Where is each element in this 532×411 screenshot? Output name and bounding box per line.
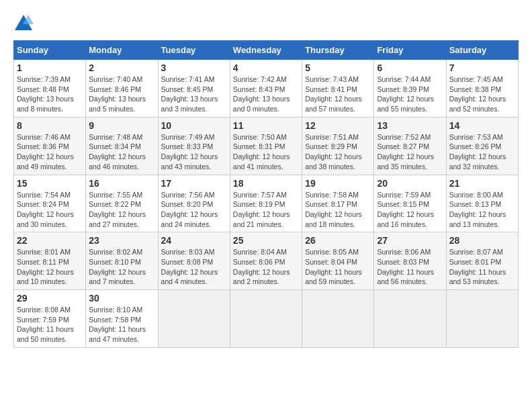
calendar-cell (374, 290, 446, 348)
calendar-cell: 8Sunrise: 7:46 AMSunset: 8:36 PMDaylight… (14, 117, 86, 175)
calendar-cell: 10Sunrise: 7:49 AMSunset: 8:33 PMDayligh… (158, 117, 230, 175)
calendar-cell: 2Sunrise: 7:40 AMSunset: 8:46 PMDaylight… (86, 60, 158, 118)
day-info: Sunrise: 8:03 AMSunset: 8:08 PMDaylight:… (161, 247, 227, 287)
day-header-thursday: Thursday (302, 41, 374, 60)
day-info: Sunrise: 7:41 AMSunset: 8:45 PMDaylight:… (161, 75, 227, 114)
day-number: 13 (377, 120, 443, 131)
day-number: 23 (89, 235, 154, 246)
day-header-wednesday: Wednesday (230, 41, 302, 60)
day-number: 1 (17, 62, 83, 73)
day-number: 22 (17, 235, 83, 246)
calendar-table: SundayMondayTuesdayWednesdayThursdayFrid… (13, 40, 519, 348)
calendar-cell: 6Sunrise: 7:44 AMSunset: 8:39 PMDaylight… (374, 60, 446, 118)
day-info: Sunrise: 7:54 AMSunset: 8:24 PMDaylight:… (17, 190, 83, 230)
day-info: Sunrise: 7:57 AMSunset: 8:19 PMDaylight:… (233, 190, 299, 230)
calendar-cell: 20Sunrise: 7:59 AMSunset: 8:15 PMDayligh… (374, 175, 446, 232)
day-info: Sunrise: 7:42 AMSunset: 8:43 PMDaylight:… (233, 75, 299, 114)
day-number: 24 (161, 235, 227, 246)
calendar-cell: 18Sunrise: 7:57 AMSunset: 8:19 PMDayligh… (230, 175, 302, 232)
calendar-week-1: 1Sunrise: 7:39 AMSunset: 8:48 PMDaylight… (14, 60, 519, 118)
day-number: 28 (449, 235, 515, 246)
calendar-cell (446, 290, 518, 348)
day-number: 8 (17, 120, 83, 131)
day-info: Sunrise: 7:46 AMSunset: 8:36 PMDaylight:… (17, 132, 83, 172)
day-info: Sunrise: 8:07 AMSunset: 8:01 PMDaylight:… (449, 247, 515, 287)
day-number: 19 (305, 178, 371, 189)
day-info: Sunrise: 7:45 AMSunset: 8:38 PMDaylight:… (449, 75, 515, 114)
day-header-sunday: Sunday (14, 41, 86, 60)
day-info: Sunrise: 7:55 AMSunset: 8:22 PMDaylight:… (89, 190, 154, 230)
day-number: 7 (449, 62, 515, 73)
calendar-cell: 16Sunrise: 7:55 AMSunset: 8:22 PMDayligh… (86, 175, 158, 232)
calendar-cell: 23Sunrise: 8:02 AMSunset: 8:10 PMDayligh… (86, 232, 158, 290)
day-number: 25 (233, 235, 299, 246)
day-header-friday: Friday (374, 41, 446, 60)
logo (13, 13, 36, 34)
day-info: Sunrise: 7:48 AMSunset: 8:34 PMDaylight:… (89, 132, 154, 172)
day-number: 9 (89, 120, 154, 131)
day-number: 21 (449, 178, 515, 189)
calendar-week-2: 8Sunrise: 7:46 AMSunset: 8:36 PMDaylight… (14, 117, 519, 175)
day-info: Sunrise: 7:40 AMSunset: 8:46 PMDaylight:… (89, 75, 154, 114)
day-number: 18 (233, 178, 299, 189)
day-info: Sunrise: 7:52 AMSunset: 8:27 PMDaylight:… (377, 132, 443, 172)
calendar-cell: 29Sunrise: 8:08 AMSunset: 7:59 PMDayligh… (14, 290, 86, 348)
calendar-cell: 25Sunrise: 8:04 AMSunset: 8:06 PMDayligh… (230, 232, 302, 290)
day-number: 20 (377, 178, 443, 189)
calendar-header-row: SundayMondayTuesdayWednesdayThursdayFrid… (14, 41, 519, 60)
day-info: Sunrise: 8:05 AMSunset: 8:04 PMDaylight:… (305, 247, 371, 287)
day-info: Sunrise: 8:00 AMSunset: 8:13 PMDaylight:… (449, 190, 515, 230)
day-info: Sunrise: 7:50 AMSunset: 8:31 PMDaylight:… (233, 132, 299, 172)
day-number: 27 (377, 235, 443, 246)
day-info: Sunrise: 7:59 AMSunset: 8:15 PMDaylight:… (377, 190, 443, 230)
day-info: Sunrise: 8:02 AMSunset: 8:10 PMDaylight:… (89, 247, 154, 287)
day-number: 3 (161, 62, 227, 73)
calendar-cell: 30Sunrise: 8:10 AMSunset: 7:58 PMDayligh… (86, 290, 158, 348)
calendar-cell: 3Sunrise: 7:41 AMSunset: 8:45 PMDaylight… (158, 60, 230, 118)
day-info: Sunrise: 8:06 AMSunset: 8:03 PMDaylight:… (377, 247, 443, 287)
day-header-saturday: Saturday (446, 41, 518, 60)
day-info: Sunrise: 7:51 AMSunset: 8:29 PMDaylight:… (305, 132, 371, 172)
day-number: 6 (377, 62, 443, 73)
day-number: 26 (305, 235, 371, 246)
calendar-cell: 14Sunrise: 7:53 AMSunset: 8:26 PMDayligh… (446, 117, 518, 175)
day-number: 15 (17, 178, 83, 189)
day-number: 14 (449, 120, 515, 131)
calendar-cell (230, 290, 302, 348)
day-info: Sunrise: 7:44 AMSunset: 8:39 PMDaylight:… (377, 75, 443, 114)
calendar-week-5: 29Sunrise: 8:08 AMSunset: 7:59 PMDayligh… (14, 290, 519, 348)
calendar-cell: 13Sunrise: 7:52 AMSunset: 8:27 PMDayligh… (374, 117, 446, 175)
calendar-cell: 17Sunrise: 7:56 AMSunset: 8:20 PMDayligh… (158, 175, 230, 232)
calendar-cell: 22Sunrise: 8:01 AMSunset: 8:11 PMDayligh… (14, 232, 86, 290)
page-header (13, 13, 519, 34)
calendar-cell: 19Sunrise: 7:58 AMSunset: 8:17 PMDayligh… (302, 175, 374, 232)
day-info: Sunrise: 7:43 AMSunset: 8:41 PMDaylight:… (305, 75, 371, 114)
calendar-cell: 26Sunrise: 8:05 AMSunset: 8:04 PMDayligh… (302, 232, 374, 290)
calendar-cell: 9Sunrise: 7:48 AMSunset: 8:34 PMDaylight… (86, 117, 158, 175)
day-number: 29 (17, 293, 83, 304)
day-number: 17 (161, 178, 227, 189)
day-info: Sunrise: 7:53 AMSunset: 8:26 PMDaylight:… (449, 132, 515, 172)
day-number: 10 (161, 120, 227, 131)
day-info: Sunrise: 8:01 AMSunset: 8:11 PMDaylight:… (17, 247, 83, 287)
calendar-cell: 5Sunrise: 7:43 AMSunset: 8:41 PMDaylight… (302, 60, 374, 118)
calendar-cell: 7Sunrise: 7:45 AMSunset: 8:38 PMDaylight… (446, 60, 518, 118)
day-info: Sunrise: 7:58 AMSunset: 8:17 PMDaylight:… (305, 190, 371, 230)
calendar-cell (158, 290, 230, 348)
calendar-cell: 11Sunrise: 7:50 AMSunset: 8:31 PMDayligh… (230, 117, 302, 175)
day-number: 5 (305, 62, 371, 73)
day-number: 4 (233, 62, 299, 73)
calendar-cell: 12Sunrise: 7:51 AMSunset: 8:29 PMDayligh… (302, 117, 374, 175)
day-number: 11 (233, 120, 299, 131)
day-number: 30 (89, 293, 154, 304)
calendar-cell: 28Sunrise: 8:07 AMSunset: 8:01 PMDayligh… (446, 232, 518, 290)
day-number: 2 (89, 62, 154, 73)
calendar-week-3: 15Sunrise: 7:54 AMSunset: 8:24 PMDayligh… (14, 175, 519, 232)
day-info: Sunrise: 7:39 AMSunset: 8:48 PMDaylight:… (17, 75, 83, 114)
day-info: Sunrise: 8:08 AMSunset: 7:59 PMDaylight:… (17, 305, 83, 345)
day-info: Sunrise: 8:04 AMSunset: 8:06 PMDaylight:… (233, 247, 299, 287)
calendar-cell: 15Sunrise: 7:54 AMSunset: 8:24 PMDayligh… (14, 175, 86, 232)
day-info: Sunrise: 8:10 AMSunset: 7:58 PMDaylight:… (89, 305, 154, 345)
calendar-cell: 21Sunrise: 8:00 AMSunset: 8:13 PMDayligh… (446, 175, 518, 232)
calendar-cell: 4Sunrise: 7:42 AMSunset: 8:43 PMDaylight… (230, 60, 302, 118)
